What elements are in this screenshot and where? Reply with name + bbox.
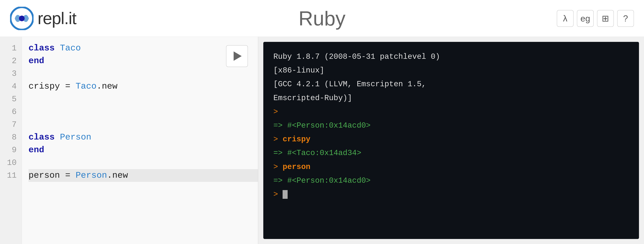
terminal-result-1: => #<Person:0x14acd0>	[273, 121, 371, 130]
ref-taco: Taco	[76, 81, 96, 91]
logo-text: repl.it	[38, 9, 76, 28]
terminal-cmd-person: person	[282, 163, 310, 171]
keyword-class-2: class	[28, 132, 55, 142]
svg-point-1	[19, 15, 25, 21]
line-num-6: 6	[0, 105, 22, 118]
line-num-7: 7	[0, 118, 22, 131]
terminal-line-7: > crispy	[273, 133, 629, 146]
terminal-line-4: Emscripted-Ruby)]	[273, 92, 629, 105]
terminal-cursor	[282, 190, 288, 199]
terminal-line-8: => #<Taco:0x14ad34>	[273, 147, 629, 160]
save-button[interactable]: ⊞	[597, 10, 614, 27]
terminal-line-1: Ruby 1.8.7 (2008-05-31 patchlevel 0)	[273, 50, 629, 63]
terminal-result-3: => #<Person:0x14acd0>	[273, 176, 371, 185]
code-line-11: person = Person.new	[28, 169, 258, 182]
help-button[interactable]: ?	[617, 10, 634, 27]
class-person: Person	[60, 132, 91, 142]
terminal-result-2: => #<Taco:0x14ad34>	[273, 149, 362, 157]
run-triangle-icon	[234, 51, 242, 61]
terminal-line-9: > person	[273, 160, 629, 174]
code-line-5	[28, 93, 258, 105]
code-line-10	[28, 156, 258, 169]
terminal-line-2: [x86-linux]	[273, 64, 629, 77]
line-num-3: 3	[0, 67, 22, 80]
line-num-8: 8	[0, 131, 22, 144]
code-line-9: end	[28, 144, 258, 156]
terminal-prompt-3: >	[273, 163, 282, 171]
code-area[interactable]: class Taco end crispy = Taco.new class P…	[22, 37, 258, 244]
right-panel: Ruby 1.8.7 (2008-05-31 patchlevel 0) [x8…	[258, 37, 644, 244]
header-actions: λ eg ⊞ ?	[557, 10, 634, 27]
keyword-end-2: end	[28, 145, 44, 155]
lambda-button[interactable]: λ	[557, 10, 574, 27]
code-line-12	[28, 182, 258, 195]
terminal-line-3: [GCC 4.2.1 (LLVM, Emscripten 1.5,	[273, 78, 629, 91]
line-num-10: 10	[0, 156, 22, 169]
editor-body[interactable]: 1 2 3 4 5 6 7 8 9 10 11 class Taco end c…	[0, 37, 258, 244]
terminal-line-10: => #<Person:0x14acd0>	[273, 174, 629, 187]
terminal-prompt-4: >	[273, 190, 282, 199]
terminal-cmd-crispy: crispy	[282, 135, 310, 144]
line-num-11: 11	[0, 169, 22, 182]
logo-area: repl.it	[10, 7, 76, 30]
code-line-7	[28, 118, 258, 131]
code-line-4: crispy = Taco.new	[28, 80, 258, 93]
terminal-line-6: => #<Person:0x14acd0>	[273, 119, 629, 132]
line-numbers: 1 2 3 4 5 6 7 8 9 10 11	[0, 37, 22, 244]
code-line-1: class Taco	[28, 42, 258, 55]
eg-button[interactable]: eg	[577, 10, 594, 27]
keyword-class-1: class	[28, 43, 55, 53]
terminal-line-5: >	[273, 105, 629, 118]
terminal-prompt-1: >	[273, 107, 278, 116]
ref-person: Person	[76, 171, 107, 180]
line-num-4: 4	[0, 80, 22, 93]
line-num-13	[0, 195, 22, 207]
code-line-3	[28, 67, 258, 80]
page-title: Ruby	[298, 7, 346, 30]
line-num-5: 5	[0, 93, 22, 105]
terminal-line-11: >	[273, 188, 629, 201]
code-line-2: end	[28, 55, 258, 67]
header: repl.it Ruby λ eg ⊞ ?	[0, 0, 644, 37]
class-taco: Taco	[60, 43, 81, 53]
keyword-end-1: end	[28, 56, 44, 66]
terminal-panel[interactable]: Ruby 1.8.7 (2008-05-31 patchlevel 0) [x8…	[263, 42, 639, 239]
run-button[interactable]	[226, 45, 248, 67]
editor-panel: 1 2 3 4 5 6 7 8 9 10 11 class Taco end c…	[0, 37, 258, 244]
code-line-6	[28, 105, 258, 118]
terminal-prompt-2: >	[273, 135, 282, 144]
line-num-2: 2	[0, 55, 22, 67]
line-num-1: 1	[0, 42, 22, 55]
line-num-9: 9	[0, 144, 22, 156]
line-num-12	[0, 182, 22, 195]
code-line-8: class Person	[28, 131, 258, 144]
code-line-13	[28, 195, 258, 207]
main-content: 1 2 3 4 5 6 7 8 9 10 11 class Taco end c…	[0, 37, 644, 244]
replit-logo-icon	[10, 7, 34, 30]
